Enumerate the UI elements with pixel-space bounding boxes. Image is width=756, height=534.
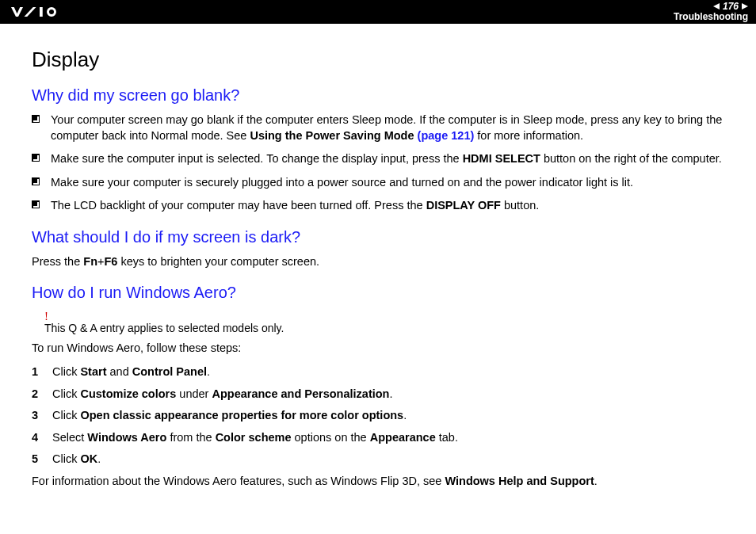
steps-list: 1Click Start and Control Panel. 2Click C… [32,364,732,467]
bullet-text: The LCD backlight of your computer may h… [51,198,539,214]
step-text: Click Customize colors under Appearance … [52,387,393,402]
step-item: 2Click Customize colors under Appearance… [32,387,732,402]
bullet-icon [32,154,40,162]
step-item: 5Click OK. [32,452,732,467]
question-2-body: Press the Fn+F6 keys to brighten your co… [32,254,732,270]
step-text: Click Open classic appearance properties… [52,408,407,424]
bullet-item: Your computer screen may go blank if the… [32,113,732,143]
bullet-text: Your computer screen may go blank if the… [51,113,732,143]
page-content: Display Why did my screen go blank? Your… [0,24,756,513]
question-2-heading: What should I do if my screen is dark? [32,228,732,246]
steps-outro: For information about the Windows Aero f… [32,474,732,490]
step-number: 4 [32,430,41,446]
next-page-arrow-icon[interactable] [742,3,748,10]
step-text: Select Windows Aero from the Color schem… [52,430,458,446]
bullet-item: Make sure your computer is securely plug… [32,175,732,191]
steps-intro: To run Windows Aero, follow these steps: [32,341,732,357]
step-number: 2 [32,387,41,402]
vaio-logo [11,6,82,18]
bullet-icon [32,115,40,123]
question-1-heading: Why did my screen go blank? [32,86,732,105]
page-title: Display [32,48,732,72]
bullet-icon [32,177,40,185]
step-item: 1Click Start and Control Panel. [32,364,732,380]
step-item: 3Click Open classic appearance propertie… [32,408,732,424]
step-text: Click OK. [52,452,101,467]
header-right: 176 Troubleshooting [674,2,748,22]
bullet-text: Make sure the computer input is selected… [51,151,722,167]
bullet-item: The LCD backlight of your computer may h… [32,198,732,214]
page-link[interactable]: (page 121) [418,129,475,142]
svg-rect-0 [40,7,43,17]
step-number: 3 [32,408,41,424]
page-header: 176 Troubleshooting [0,0,756,24]
bullet-item: Make sure the computer input is selected… [32,151,732,167]
step-number: 1 [32,364,41,380]
applies-note: This Q & A entry applies to selected mod… [44,322,732,334]
step-item: 4Select Windows Aero from the Color sche… [32,430,732,446]
step-number: 5 [32,452,41,467]
bullet-icon [32,200,40,208]
section-name: Troubleshooting [674,12,748,22]
question-3-heading: How do I run Windows Aero? [32,284,732,302]
question-1-bullets: Your computer screen may go blank if the… [32,113,732,214]
bullet-text: Make sure your computer is securely plug… [51,175,633,191]
prev-page-arrow-icon[interactable] [713,3,720,10]
step-text: Click Start and Control Panel. [52,364,210,380]
